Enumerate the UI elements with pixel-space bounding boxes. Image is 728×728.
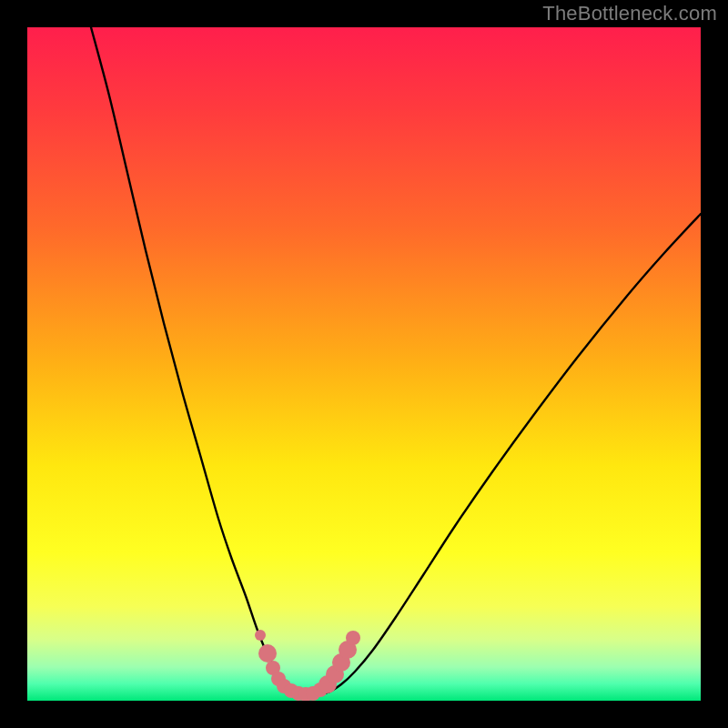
bottleneck-chart: [27, 27, 701, 701]
highlight-dot: [346, 631, 360, 645]
highlight-dot: [255, 630, 266, 641]
highlight-dot: [258, 644, 277, 662]
watermark-text: TheBottleneck.com: [542, 2, 717, 25]
chart-frame: [27, 27, 701, 701]
gradient-background: [27, 27, 701, 701]
